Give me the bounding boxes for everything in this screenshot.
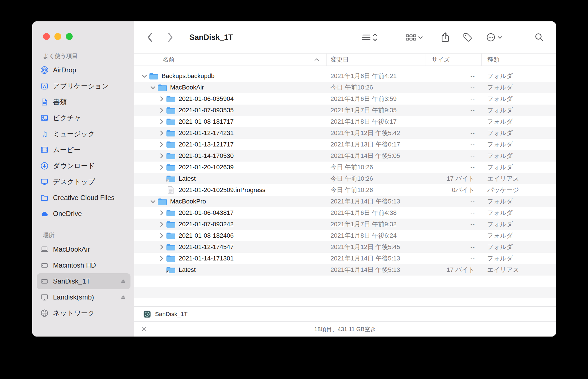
column-header-name[interactable]: 名前 xyxy=(134,54,326,66)
documents-icon xyxy=(40,98,49,106)
kind-cell: フォルダ xyxy=(481,139,556,150)
name-cell: 2021-01-08-181717 xyxy=(134,116,326,127)
list-sort-icon xyxy=(361,32,378,42)
name-cell: Latest xyxy=(134,264,326,276)
zoom-button[interactable] xyxy=(66,33,73,40)
eject-icon[interactable] xyxy=(120,294,127,301)
back-button[interactable] xyxy=(146,32,154,42)
file-row[interactable]: 2021-01-12-1745472021年1月12日 午後5:45--フォルダ xyxy=(134,241,556,253)
folder-icon xyxy=(166,232,175,240)
path-bar-volume-label[interactable]: SanDisk_1T xyxy=(155,311,187,317)
folder-icon xyxy=(166,118,175,126)
sidebar-item-landisk-smb[interactable]: Landisk(smb) xyxy=(37,289,130,305)
hdd-icon xyxy=(40,277,49,286)
file-row[interactable]: 2021-01-07-0935352021年1月7日 午前9:35--フォルダ xyxy=(134,105,556,116)
sidebar-item-label: ダウンロード xyxy=(53,161,95,170)
sidebar-item-macintosh-hd[interactable]: Macintosh HD xyxy=(37,257,130,273)
file-row[interactable]: 2021-01-07-0932422021年1月7日 午前9:32--フォルダ xyxy=(134,219,556,230)
minimize-button[interactable] xyxy=(54,33,61,40)
file-row[interactable]: 2021-01-13-1217172021年1月13日 午後0:17--フォルダ xyxy=(134,139,556,150)
date-modified-cell: 2021年1月14日 午後5:05 xyxy=(326,150,426,162)
file-name: Latest xyxy=(179,175,196,182)
disclosure-collapsed-icon[interactable] xyxy=(158,153,166,159)
group-button[interactable] xyxy=(405,32,423,42)
disclosure-collapsed-icon[interactable] xyxy=(158,256,166,261)
file-row[interactable]: 2021-01-06-0359042021年1月6日 午前3:59--フォルダ xyxy=(134,93,556,105)
sidebar-item-pictures[interactable]: ピクチャ xyxy=(37,110,130,126)
kind-cell: フォルダ xyxy=(481,241,556,253)
sidebar-item-downloads[interactable]: ダウンロード xyxy=(37,158,130,174)
file-row[interactable]: 2021-01-08-1824062021年1月8日 午後6:24--フォルダ xyxy=(134,230,556,241)
file-row[interactable]: 2021-01-20-102509.inProgress今日 午前10:260バ… xyxy=(134,184,556,196)
view-sort-button[interactable] xyxy=(361,32,378,42)
group-grid-icon xyxy=(405,32,423,42)
disclosure-collapsed-icon[interactable] xyxy=(158,142,166,147)
file-row[interactable]: 2021-01-12-1742312021年1月12日 午後5:42--フォルダ xyxy=(134,127,556,139)
search-button[interactable] xyxy=(534,32,544,42)
disclosure-expanded-icon[interactable] xyxy=(149,200,157,203)
disclosure-collapsed-icon[interactable] xyxy=(158,96,166,102)
name-cell: 2021-01-06-043817 xyxy=(134,207,326,219)
file-name: 2021-01-06-035904 xyxy=(179,95,234,103)
file-row[interactable]: MacBookPro2021年1月14日 午後5:13--フォルダ xyxy=(134,196,556,207)
file-row[interactable]: Latest今日 午前10:2617 バイトエイリアス xyxy=(134,173,556,184)
sidebar-item-desktop[interactable]: デスクトップ xyxy=(37,174,130,190)
disclosure-collapsed-icon[interactable] xyxy=(158,233,166,239)
folder-icon xyxy=(158,83,167,91)
file-row[interactable]: 2021-01-20-102639今日 午前10:26--フォルダ xyxy=(134,162,556,173)
toolbar: SanDisk_1T xyxy=(134,21,556,54)
file-name: 2021-01-14-171301 xyxy=(179,255,234,262)
forward-button[interactable] xyxy=(167,32,174,42)
folder-icon xyxy=(166,140,175,148)
tag-button[interactable] xyxy=(463,32,472,42)
date-modified-cell: 2021年1月14日 午後5:13 xyxy=(326,253,426,264)
file-row[interactable]: 2021-01-14-1705302021年1月14日 午後5:05--フォルダ xyxy=(134,150,556,162)
path-bar: SanDisk_1T xyxy=(134,306,556,321)
share-button[interactable] xyxy=(441,32,450,43)
disclosure-collapsed-icon[interactable] xyxy=(158,107,166,113)
sidebar-item-network[interactable]: ネットワーク xyxy=(37,305,130,321)
column-header-modified[interactable]: 変更日 xyxy=(326,54,426,66)
sidebar-item-applications[interactable]: Aアプリケーション xyxy=(37,78,130,94)
close-button[interactable] xyxy=(43,33,50,40)
size-cell: 17 バイト xyxy=(426,173,481,184)
name-cell: 2021-01-12-174547 xyxy=(134,241,326,253)
file-row[interactable]: 2021-01-08-1817172021年1月8日 午後6:17--フォルダ xyxy=(134,116,556,127)
sidebar-item-airdrop[interactable]: AirDrop xyxy=(37,62,130,78)
column-header-size[interactable]: サイズ xyxy=(426,54,481,66)
file-row[interactable]: 2021-01-06-0438172021年1月6日 午前4:38--フォルダ xyxy=(134,207,556,219)
date-modified-cell: 2021年1月6日 午前4:21 xyxy=(326,70,426,82)
sidebar-item-label: SanDisk_1T xyxy=(53,277,90,285)
file-row[interactable]: 2021-01-14-1713012021年1月14日 午後5:13--フォルダ xyxy=(134,253,556,264)
file-row[interactable]: Latest2021年1月14日 午後5:1317 バイトエイリアス xyxy=(134,264,556,276)
main-pane: SanDisk_1T xyxy=(134,21,556,337)
disclosure-expanded-icon[interactable] xyxy=(149,86,157,89)
sidebar-item-sandisk-1t[interactable]: SanDisk_1T xyxy=(37,273,130,289)
sidebar-item-onedrive[interactable]: OneDrive xyxy=(37,206,130,222)
sidebar-item-movies[interactable]: ムービー xyxy=(37,142,130,158)
disclosure-collapsed-icon[interactable] xyxy=(158,221,166,227)
name-cell: MacBookPro xyxy=(134,196,326,207)
more-button[interactable] xyxy=(486,32,503,42)
eject-icon[interactable] xyxy=(120,278,127,285)
size-cell: 0バイト xyxy=(426,184,481,196)
disclosure-collapsed-icon[interactable] xyxy=(158,210,166,216)
disclosure-expanded-icon[interactable] xyxy=(140,74,148,78)
file-row[interactable]: Backups.backupdb2021年1月6日 午前4:21--フォルダ xyxy=(134,70,556,82)
disclosure-collapsed-icon[interactable] xyxy=(158,244,166,250)
status-bar: 18項目、431.11 GB空き xyxy=(134,321,556,337)
disclosure-collapsed-icon[interactable] xyxy=(158,164,166,170)
sidebar-item-music[interactable]: ♫ミュージック xyxy=(37,126,130,142)
status-bar-icon[interactable] xyxy=(141,326,147,332)
sidebar-item-documents[interactable]: 書類 xyxy=(37,94,130,110)
date-modified-cell: 今日 午前10:26 xyxy=(326,173,426,184)
size-cell: -- xyxy=(426,70,481,82)
sidebar-item-macbookair[interactable]: MacBookAir xyxy=(37,241,130,257)
sidebar-item-creative-cloud-files[interactable]: Creative Cloud Files xyxy=(37,190,130,206)
disclosure-collapsed-icon[interactable] xyxy=(158,130,166,136)
creative-cloud-icon xyxy=(40,193,49,202)
file-row[interactable]: MacBookAir今日 午前10:26--フォルダ xyxy=(134,82,556,93)
name-cell: 2021-01-07-093242 xyxy=(134,219,326,230)
disclosure-collapsed-icon[interactable] xyxy=(158,119,166,125)
column-header-kind[interactable]: 種類 xyxy=(481,54,556,66)
